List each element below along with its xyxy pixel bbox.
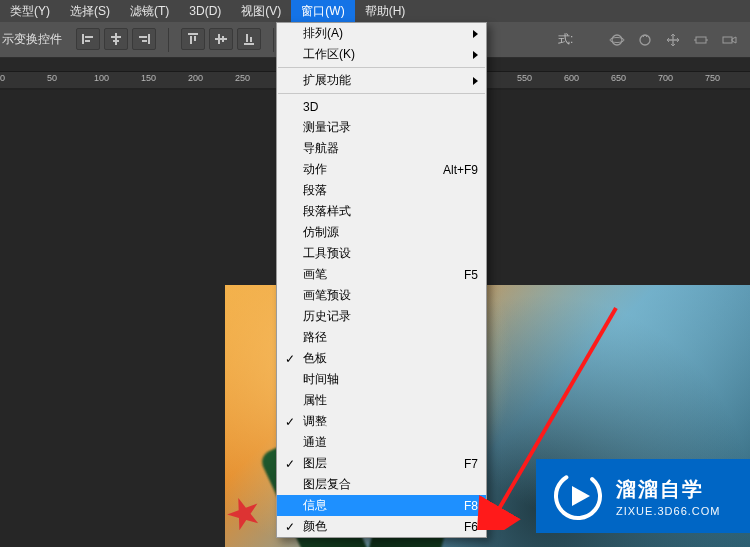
ruler-tick: 650 <box>611 73 626 83</box>
menu-item[interactable]: 测量记录 <box>277 117 486 138</box>
align-vcenter-icon[interactable] <box>209 28 233 50</box>
menu-item-label: 导航器 <box>303 140 339 157</box>
menu-item[interactable]: 历史记录 <box>277 306 486 327</box>
svg-rect-17 <box>250 37 252 42</box>
menu-item-label: 时间轴 <box>303 371 339 388</box>
menu-item[interactable]: ✓图层F7 <box>277 453 486 474</box>
align-bottom-icon[interactable] <box>237 28 261 50</box>
check-icon: ✓ <box>285 457 295 471</box>
menu-item[interactable]: 画笔F5 <box>277 264 486 285</box>
menu-item[interactable]: 段落 <box>277 180 486 201</box>
options-divider <box>168 28 169 52</box>
menu-item-label: 排列(A) <box>303 25 343 42</box>
3d-roll-icon[interactable] <box>636 31 654 49</box>
menu-item[interactable]: ✓颜色F6 <box>277 516 486 537</box>
ruler-tick: 0 <box>0 73 5 83</box>
menu-item[interactable]: 动作Alt+F9 <box>277 159 486 180</box>
menu-item-label: 画笔预设 <box>303 287 351 304</box>
svg-rect-4 <box>111 36 121 38</box>
mode-label: 式: <box>558 31 573 48</box>
menu-item-label: 路径 <box>303 329 327 346</box>
menu-item[interactable]: 画笔预设 <box>277 285 486 306</box>
menu-item-label: 信息 <box>303 497 327 514</box>
badge-subtitle: ZIXUE.3D66.COM <box>616 505 720 517</box>
svg-rect-14 <box>222 36 224 42</box>
menu-separator <box>278 93 485 94</box>
menu-item[interactable]: 工具预设 <box>277 243 486 264</box>
menu-item-label: 测量记录 <box>303 119 351 136</box>
menu-item[interactable]: 段落样式 <box>277 201 486 222</box>
svg-point-26 <box>640 35 650 45</box>
menu-type[interactable]: 类型(Y) <box>0 0 60 22</box>
align-right-icon[interactable] <box>132 28 156 50</box>
menu-item[interactable]: 导航器 <box>277 138 486 159</box>
watermark-badge: 溜溜自学 ZIXUE.3D66.COM <box>536 459 750 533</box>
align-top-icon[interactable] <box>181 28 205 50</box>
svg-rect-13 <box>218 34 220 44</box>
3d-pan-icon[interactable] <box>664 31 682 49</box>
menu-filter[interactable]: 滤镜(T) <box>120 0 179 22</box>
align-left-icon[interactable] <box>76 28 100 50</box>
svg-rect-12 <box>215 38 227 40</box>
check-icon: ✓ <box>285 415 295 429</box>
menu-item-label: 图层复合 <box>303 476 351 493</box>
svg-rect-7 <box>139 36 147 38</box>
menu-3d[interactable]: 3D(D) <box>179 0 231 22</box>
menu-item[interactable]: ✓色板 <box>277 348 486 369</box>
menu-item-label: 工作区(K) <box>303 46 355 63</box>
menu-item-label: 属性 <box>303 392 327 409</box>
3d-mode-icons <box>608 31 750 49</box>
ruler-tick: 200 <box>188 73 203 83</box>
menu-item[interactable]: 时间轴 <box>277 369 486 390</box>
menu-item-label: 色板 <box>303 350 327 367</box>
3d-slide-icon[interactable] <box>692 31 710 49</box>
ruler-tick: 600 <box>564 73 579 83</box>
menu-item-shortcut: Alt+F9 <box>443 163 478 177</box>
menu-item[interactable]: 属性 <box>277 390 486 411</box>
menu-item[interactable]: 图层复合 <box>277 474 486 495</box>
ruler-tick: 750 <box>705 73 720 83</box>
svg-rect-5 <box>113 40 119 42</box>
check-icon: ✓ <box>285 352 295 366</box>
3d-camera-icon[interactable] <box>720 31 738 49</box>
transform-controls-label: 示变换控件 <box>0 31 72 48</box>
menu-window[interactable]: 窗口(W) <box>291 0 354 22</box>
menu-item[interactable]: 路径 <box>277 327 486 348</box>
menu-item[interactable]: 扩展功能 <box>277 70 486 91</box>
options-divider <box>273 28 274 52</box>
menu-item-label: 段落 <box>303 182 327 199</box>
menu-item[interactable]: 3D <box>277 96 486 117</box>
menu-item-label: 段落样式 <box>303 203 351 220</box>
ruler-tick: 700 <box>658 73 673 83</box>
menu-item-label: 历史记录 <box>303 308 351 325</box>
ruler-tick: 250 <box>235 73 250 83</box>
svg-rect-9 <box>188 33 198 35</box>
menu-item[interactable]: 通道 <box>277 432 486 453</box>
menu-item-label: 扩展功能 <box>303 72 351 89</box>
window-menu-dropdown: 排列(A)工作区(K)扩展功能3D测量记录导航器动作Alt+F9段落段落样式仿制… <box>276 22 487 538</box>
svg-point-24 <box>612 35 622 45</box>
svg-rect-8 <box>142 40 147 42</box>
menu-help[interactable]: 帮助(H) <box>355 0 416 22</box>
menu-item-label: 通道 <box>303 434 327 451</box>
svg-rect-6 <box>148 34 150 44</box>
menu-item-label: 动作 <box>303 161 327 178</box>
menu-item-label: 图层 <box>303 455 327 472</box>
menu-select[interactable]: 选择(S) <box>60 0 120 22</box>
menu-item-label: 画笔 <box>303 266 327 283</box>
svg-rect-3 <box>115 33 117 45</box>
menu-item[interactable]: ✓调整 <box>277 411 486 432</box>
menu-view[interactable]: 视图(V) <box>231 0 291 22</box>
menu-item[interactable]: 工作区(K) <box>277 44 486 65</box>
menu-item-label: 颜色 <box>303 518 327 535</box>
menu-item[interactable]: 仿制源 <box>277 222 486 243</box>
menu-item[interactable]: 信息F8 <box>277 495 486 516</box>
menu-item[interactable]: 排列(A) <box>277 23 486 44</box>
svg-rect-2 <box>85 40 90 42</box>
menu-item-shortcut: F6 <box>464 520 478 534</box>
align-hcenter-icon[interactable] <box>104 28 128 50</box>
menu-item-label: 调整 <box>303 413 327 430</box>
ruler-tick: 50 <box>47 73 57 83</box>
svg-rect-0 <box>82 34 84 44</box>
3d-orbit-icon[interactable] <box>608 31 626 49</box>
